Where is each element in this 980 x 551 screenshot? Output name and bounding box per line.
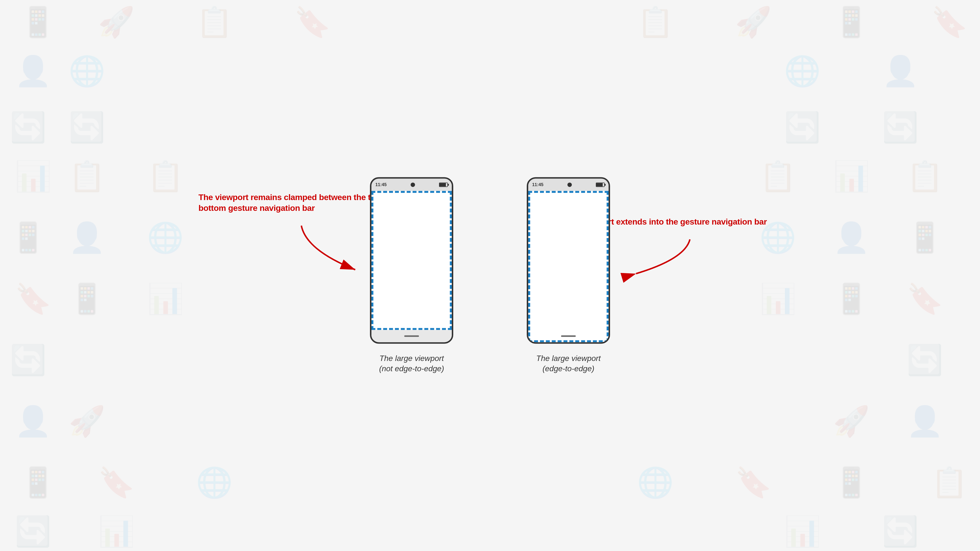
bg-icon-4: 🔖 xyxy=(294,5,331,40)
bottom-nav-bar-left xyxy=(371,330,452,342)
bg-icon-39: 🚀 xyxy=(833,404,870,438)
phone-mockup-right: 11:45 xyxy=(527,177,610,344)
status-time-left: 11:45 xyxy=(375,182,387,187)
viewport-clamped xyxy=(371,191,452,330)
bg-icon-16: 🔄 xyxy=(882,110,919,145)
bg-icon-8: 🔖 xyxy=(931,5,968,40)
bg-icon-23: 📱 xyxy=(10,221,46,255)
phone-section-left: The viewport remains clamped between the… xyxy=(370,177,453,374)
bg-icon-13: 🔄 xyxy=(10,110,46,145)
battery-icon-right xyxy=(596,183,605,187)
bg-icon-45: 🔖 xyxy=(735,465,772,500)
bg-icon-29: 🔖 xyxy=(15,282,51,316)
bg-icon-1: 📱 xyxy=(20,5,56,40)
battery-icon-left xyxy=(439,183,448,187)
bg-icon-2: 🚀 xyxy=(98,5,135,40)
bg-icon-38: 🚀 xyxy=(68,404,105,438)
bottom-nav-bar-right xyxy=(528,330,609,342)
bg-icon-15: 🔄 xyxy=(784,110,821,145)
bg-icon-21: 📊 xyxy=(833,159,870,194)
phone-mockup-left: 11:45 xyxy=(370,177,453,344)
bg-icon-48: 🔄 xyxy=(15,514,51,549)
bg-icon-17: 📊 xyxy=(15,159,51,194)
left-arrow-svg xyxy=(286,221,365,275)
bg-icon-30: 📱 xyxy=(68,282,105,316)
bg-icon-5: 📋 xyxy=(637,5,674,40)
bg-icon-18: 📋 xyxy=(68,159,105,194)
phone-section-right: The viewport extends into the gesture na… xyxy=(527,177,610,374)
bg-icon-33: 📱 xyxy=(833,282,870,316)
bg-icon-47: 📋 xyxy=(931,465,968,500)
phone-wrapper-left: The viewport remains clamped between the… xyxy=(370,177,453,344)
bg-icon-20: 📋 xyxy=(759,159,796,194)
battery-fill-right xyxy=(596,183,603,186)
bg-icon-46: 📱 xyxy=(833,465,870,500)
bg-icon-34: 🔖 xyxy=(907,282,943,316)
bg-icon-51: 🔄 xyxy=(882,514,919,549)
camera-dot-right xyxy=(568,183,572,187)
bg-icon-50: 📊 xyxy=(784,514,821,549)
status-time-right: 11:45 xyxy=(532,182,543,187)
caption-line1-left: The large viewport xyxy=(379,353,444,364)
phone-caption-right: The large viewport (edge-to-edge) xyxy=(536,353,600,374)
camera-dot-left xyxy=(410,183,415,187)
bg-icon-27: 👤 xyxy=(833,221,870,255)
bg-icon-3: 📋 xyxy=(196,5,233,40)
status-bar-right: 11:45 xyxy=(528,178,609,191)
bg-icon-19: 📋 xyxy=(147,159,184,194)
bg-icon-44: 🌐 xyxy=(637,465,674,500)
bg-icon-43: 🌐 xyxy=(196,465,233,500)
bg-icon-37: 👤 xyxy=(15,404,51,438)
caption-line2-left: (not edge-to-edge) xyxy=(379,364,444,374)
main-content: The viewport remains clamped between the… xyxy=(370,177,610,374)
bg-icon-7: 📱 xyxy=(833,5,870,40)
bg-icon-35: 🔄 xyxy=(10,343,46,377)
bg-icon-32: 📊 xyxy=(759,282,796,316)
caption-line1-right: The large viewport xyxy=(536,353,600,364)
bg-icon-22: 📋 xyxy=(907,159,943,194)
right-arrow-svg xyxy=(631,235,700,279)
bg-icon-25: 🌐 xyxy=(147,221,184,255)
caption-line2-right: (edge-to-edge) xyxy=(536,364,600,374)
bg-icon-40: 👤 xyxy=(907,404,943,438)
viewport-edge xyxy=(528,191,609,342)
bg-icon-14: 🔄 xyxy=(68,110,105,145)
nav-indicator-right xyxy=(561,335,576,337)
phone-wrapper-right: The viewport extends into the gesture na… xyxy=(527,177,610,344)
nav-indicator-left xyxy=(404,335,419,337)
bg-icon-31: 📊 xyxy=(147,282,184,316)
bg-icon-36: 🔄 xyxy=(907,343,943,377)
bg-icon-6: 🚀 xyxy=(735,5,772,40)
bg-icon-12: 👤 xyxy=(882,54,919,88)
bg-icon-9: 👤 xyxy=(15,54,51,88)
status-bar-left: 11:45 xyxy=(371,178,452,191)
bg-icon-24: 👤 xyxy=(68,221,105,255)
bg-icon-49: 📊 xyxy=(98,514,135,549)
bg-icon-42: 🔖 xyxy=(98,465,135,500)
bg-icon-28: 📱 xyxy=(907,221,943,255)
bg-icon-11: 🌐 xyxy=(784,54,821,88)
battery-fill-left xyxy=(439,183,446,186)
bg-icon-41: 📱 xyxy=(20,465,56,500)
bg-icon-10: 🌐 xyxy=(68,54,105,88)
phone-caption-left: The large viewport (not edge-to-edge) xyxy=(379,353,444,374)
